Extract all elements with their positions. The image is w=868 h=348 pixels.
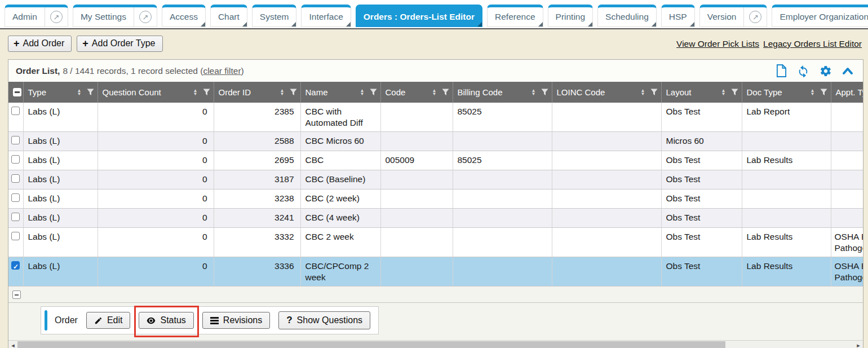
row-checkbox[interactable] (11, 213, 20, 221)
tab-employer-organizations[interactable]: Employer Organizations↗ (772, 5, 868, 27)
cell-doc-type (742, 209, 831, 228)
legacy-orders-list-editor-link[interactable]: Legacy Orders List Editor (763, 39, 862, 49)
tab-system[interactable]: System (252, 5, 297, 27)
column-header-name[interactable]: Name▲▼ (300, 82, 380, 103)
submenu-fold-icon (477, 22, 482, 27)
row-checkbox[interactable] (11, 107, 20, 115)
show-questions-label: Show Questions (297, 315, 363, 325)
filter-icon[interactable] (442, 89, 449, 96)
view-order-pick-lists-link[interactable]: View Order Pick Lists (676, 39, 759, 49)
sort-icon[interactable]: ▲▼ (721, 89, 726, 96)
cell-doc-type: Lab Results (742, 228, 831, 257)
cell-order-id: 3241 (214, 209, 300, 228)
tab-reference[interactable]: Reference (487, 5, 543, 27)
select-all-checkbox[interactable] (13, 88, 21, 96)
column-header-appt-ty[interactable]: Appt. Ty (831, 82, 863, 103)
column-header-billing-code[interactable]: Billing Code▲▼ (453, 82, 552, 103)
submenu-fold-icon (346, 22, 351, 27)
cell-question-count: 0 (98, 132, 214, 151)
column-header-code[interactable]: Code▲▼ (380, 82, 453, 103)
sort-icon[interactable]: ▲▼ (360, 89, 365, 96)
tab-version[interactable]: Version↗ (699, 5, 768, 27)
collapse-panel-icon[interactable] (842, 67, 853, 75)
filter-icon[interactable] (650, 89, 658, 96)
tab-label: Admin (5, 7, 45, 27)
table-row[interactable]: Labs (L)03332CBC 2 weekObs TestLab Resul… (8, 228, 863, 257)
panel-header-icons (776, 64, 857, 77)
column-header-doc-type[interactable]: Doc Type▲▼ (742, 82, 831, 103)
sort-icon[interactable]: ▲▼ (532, 89, 536, 96)
filter-icon[interactable] (370, 89, 377, 96)
cell-loinc-code (552, 257, 661, 287)
add-order-type-button[interactable]: + Add Order Type (77, 36, 162, 52)
table-row[interactable]: Labs (L)03336CBC/CPComp 2 weekObs TestLa… (8, 257, 863, 287)
table-row[interactable]: Labs (L)03241CBC (4 week)Obs Test (8, 209, 863, 228)
row-checkbox[interactable] (11, 155, 20, 164)
add-order-button[interactable]: + Add Order (8, 36, 72, 52)
column-header-order-id[interactable]: Order ID▲▼ (214, 82, 300, 103)
external-link-segment[interactable]: ↗ (743, 7, 767, 27)
table-row[interactable]: Labs (L)02385CBC with Automated Diff8502… (8, 103, 863, 132)
scroll-right-arrow[interactable]: ▸ (854, 341, 862, 348)
tab-my-settings[interactable]: My Settings↗ (73, 5, 157, 27)
sort-icon[interactable]: ▲▼ (811, 89, 815, 96)
status-button[interactable]: Status (139, 312, 193, 329)
external-link-segment[interactable]: ↗ (134, 7, 157, 27)
cell-appt-type (831, 132, 863, 151)
detail-action-area: Order Edit Status (8, 303, 863, 340)
revisions-button[interactable]: Revisions (202, 312, 270, 329)
table-row[interactable]: Labs (L)02588CBC Micros 60Micros 60 (8, 132, 863, 151)
filter-icon[interactable] (731, 89, 738, 96)
filter-icon[interactable] (541, 89, 548, 96)
tab-scheduling[interactable]: Scheduling (597, 5, 657, 27)
row-checkbox[interactable] (11, 261, 20, 270)
filter-icon[interactable] (203, 89, 210, 96)
gear-icon[interactable] (820, 65, 832, 77)
sort-icon[interactable]: ▲▼ (193, 89, 198, 96)
clear-filter-link[interactable]: clear filter (203, 66, 241, 76)
tab-printing[interactable]: Printing (548, 5, 594, 27)
scrollbar-thumb[interactable] (17, 341, 725, 348)
row-checkbox[interactable] (11, 174, 20, 183)
scroll-left-arrow[interactable]: ◂ (9, 341, 17, 348)
tab-access[interactable]: Access (162, 5, 206, 27)
filter-icon[interactable] (290, 89, 297, 96)
edit-button[interactable]: Edit (86, 312, 131, 329)
cell-appt-type: OSHA B Pathoge (831, 257, 863, 287)
tab-interface[interactable]: Interface (301, 5, 351, 27)
select-all-header[interactable] (8, 82, 23, 103)
table-row[interactable]: Labs (L)03238CBC (2 week)Obs Test (8, 190, 863, 209)
tab-chart[interactable]: Chart (210, 5, 247, 27)
sort-icon[interactable]: ▲▼ (280, 89, 285, 96)
tab-hsp[interactable]: HSP (661, 5, 695, 27)
filter-icon[interactable] (820, 89, 827, 96)
filter-icon[interactable] (87, 89, 94, 96)
tab-label: Printing (548, 7, 593, 27)
column-header-question-count[interactable]: Question Count▲▼ (98, 82, 214, 103)
table-row[interactable]: Labs (L)03187CBC (Baseline)Obs Test (8, 170, 863, 190)
refresh-icon[interactable] (797, 65, 809, 77)
column-header-type[interactable]: Type▲▼ (23, 82, 98, 103)
tab-orders-orders-list-editor[interactable]: Orders : Orders-List Editor (356, 5, 482, 27)
table-row[interactable]: Labs (L)02695CBC00500985025Obs TestLab R… (8, 151, 863, 170)
tab-admin[interactable]: Admin↗ (5, 5, 68, 27)
collapse-detail-icon[interactable] (12, 290, 21, 299)
row-checkbox[interactable] (11, 136, 20, 144)
sort-icon[interactable]: ▲▼ (77, 89, 82, 96)
checkbox-cell (8, 190, 23, 209)
column-label: Appt. Ty (836, 87, 863, 97)
new-file-icon[interactable] (776, 64, 787, 77)
column-header-loinc-code[interactable]: LOINC Code▲▼ (552, 82, 661, 103)
horizontal-scrollbar[interactable]: ◂ ▸ (8, 340, 863, 348)
external-link-segment[interactable]: ↗ (45, 7, 68, 27)
row-checkbox[interactable] (11, 232, 20, 240)
sort-icon[interactable]: ▲▼ (641, 89, 645, 96)
row-checkbox[interactable] (11, 193, 20, 202)
cell-type: Labs (L) (23, 257, 98, 287)
column-header-layout[interactable]: Layout▲▼ (661, 82, 742, 103)
cell-loinc-code (552, 103, 661, 132)
sort-icon[interactable]: ▲▼ (432, 89, 437, 96)
show-questions-button[interactable]: ? Show Questions (278, 311, 370, 329)
tab-label: Employer Organizations (772, 7, 868, 27)
checkbox-cell (8, 170, 23, 190)
